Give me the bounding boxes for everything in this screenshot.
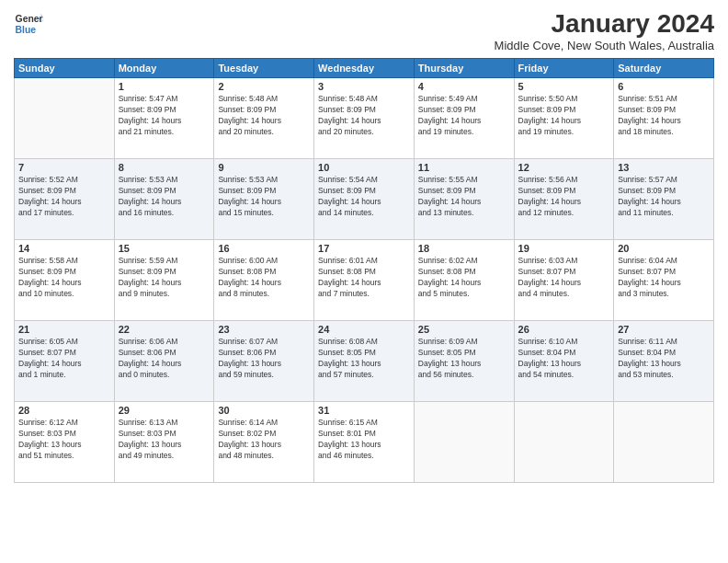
day-cell: 2Sunrise: 5:48 AMSunset: 8:09 PMDaylight… bbox=[214, 78, 314, 159]
day-cell: 10Sunrise: 5:54 AMSunset: 8:09 PMDayligh… bbox=[314, 159, 415, 240]
day-number: 15 bbox=[119, 243, 210, 254]
day-info: Sunrise: 5:59 AMSunset: 8:09 PMDaylight:… bbox=[119, 256, 210, 300]
day-cell: 21Sunrise: 6:05 AMSunset: 8:07 PMDayligh… bbox=[15, 321, 115, 402]
day-cell: 18Sunrise: 6:02 AMSunset: 8:08 PMDayligh… bbox=[414, 240, 514, 321]
day-number: 13 bbox=[618, 162, 710, 173]
day-info: Sunrise: 6:12 AMSunset: 8:03 PMDaylight:… bbox=[18, 418, 110, 462]
day-cell: 15Sunrise: 5:59 AMSunset: 8:09 PMDayligh… bbox=[114, 240, 214, 321]
day-info: Sunrise: 5:54 AMSunset: 8:09 PMDaylight:… bbox=[318, 175, 410, 219]
day-number: 7 bbox=[18, 162, 110, 173]
day-info: Sunrise: 6:07 AMSunset: 8:06 PMDaylight:… bbox=[218, 337, 310, 381]
day-cell: 28Sunrise: 6:12 AMSunset: 8:03 PMDayligh… bbox=[15, 402, 115, 483]
day-info: Sunrise: 6:13 AMSunset: 8:03 PMDaylight:… bbox=[119, 418, 210, 462]
day-number: 2 bbox=[218, 81, 310, 92]
day-info: Sunrise: 6:04 AMSunset: 8:07 PMDaylight:… bbox=[618, 256, 710, 300]
day-number: 11 bbox=[418, 162, 510, 173]
day-info: Sunrise: 5:52 AMSunset: 8:09 PMDaylight:… bbox=[18, 175, 110, 219]
day-cell: 26Sunrise: 6:10 AMSunset: 8:04 PMDayligh… bbox=[514, 321, 614, 402]
day-cell: 20Sunrise: 6:04 AMSunset: 8:07 PMDayligh… bbox=[614, 240, 714, 321]
day-cell: 12Sunrise: 5:56 AMSunset: 8:09 PMDayligh… bbox=[514, 159, 614, 240]
day-number: 17 bbox=[318, 243, 410, 254]
day-number: 25 bbox=[418, 324, 510, 335]
day-info: Sunrise: 6:00 AMSunset: 8:08 PMDaylight:… bbox=[218, 256, 310, 300]
weekday-header-sunday: Sunday bbox=[15, 59, 115, 78]
day-cell: 23Sunrise: 6:07 AMSunset: 8:06 PMDayligh… bbox=[214, 321, 314, 402]
day-cell: 3Sunrise: 5:48 AMSunset: 8:09 PMDaylight… bbox=[314, 78, 415, 159]
day-cell: 7Sunrise: 5:52 AMSunset: 8:09 PMDaylight… bbox=[15, 159, 115, 240]
day-number: 20 bbox=[618, 243, 710, 254]
day-cell: 27Sunrise: 6:11 AMSunset: 8:04 PMDayligh… bbox=[614, 321, 714, 402]
day-cell: 14Sunrise: 5:58 AMSunset: 8:09 PMDayligh… bbox=[15, 240, 115, 321]
day-info: Sunrise: 6:15 AMSunset: 8:01 PMDaylight:… bbox=[318, 418, 410, 462]
day-info: Sunrise: 5:56 AMSunset: 8:09 PMDaylight:… bbox=[518, 175, 610, 219]
day-number: 29 bbox=[119, 405, 210, 416]
weekday-header-saturday: Saturday bbox=[614, 59, 714, 78]
day-cell: 16Sunrise: 6:00 AMSunset: 8:08 PMDayligh… bbox=[214, 240, 314, 321]
day-info: Sunrise: 5:53 AMSunset: 8:09 PMDaylight:… bbox=[119, 175, 210, 219]
weekday-header-friday: Friday bbox=[514, 59, 614, 78]
day-cell: 5Sunrise: 5:50 AMSunset: 8:09 PMDaylight… bbox=[514, 78, 614, 159]
day-cell: 8Sunrise: 5:53 AMSunset: 8:09 PMDaylight… bbox=[114, 159, 214, 240]
day-info: Sunrise: 5:48 AMSunset: 8:09 PMDaylight:… bbox=[218, 94, 310, 138]
day-cell: 25Sunrise: 6:09 AMSunset: 8:05 PMDayligh… bbox=[414, 321, 514, 402]
day-number: 16 bbox=[218, 243, 310, 254]
day-info: Sunrise: 6:05 AMSunset: 8:07 PMDaylight:… bbox=[18, 337, 110, 381]
day-cell bbox=[614, 402, 714, 483]
day-number: 12 bbox=[518, 162, 610, 173]
day-cell: 13Sunrise: 5:57 AMSunset: 8:09 PMDayligh… bbox=[614, 159, 714, 240]
day-number: 3 bbox=[318, 81, 410, 92]
day-cell: 31Sunrise: 6:15 AMSunset: 8:01 PMDayligh… bbox=[314, 402, 415, 483]
day-cell: 30Sunrise: 6:14 AMSunset: 8:02 PMDayligh… bbox=[214, 402, 314, 483]
day-number: 14 bbox=[18, 243, 110, 254]
day-number: 8 bbox=[119, 162, 210, 173]
day-cell: 17Sunrise: 6:01 AMSunset: 8:08 PMDayligh… bbox=[314, 240, 415, 321]
day-number: 22 bbox=[119, 324, 210, 335]
weekday-header-thursday: Thursday bbox=[414, 59, 514, 78]
day-info: Sunrise: 5:51 AMSunset: 8:09 PMDaylight:… bbox=[618, 94, 710, 138]
day-cell: 4Sunrise: 5:49 AMSunset: 8:09 PMDaylight… bbox=[414, 78, 514, 159]
day-number: 9 bbox=[218, 162, 310, 173]
weekday-header-wednesday: Wednesday bbox=[314, 59, 415, 78]
day-info: Sunrise: 6:08 AMSunset: 8:05 PMDaylight:… bbox=[318, 337, 410, 381]
location: Middle Cove, New South Wales, Australia bbox=[495, 39, 714, 52]
svg-text:Blue: Blue bbox=[16, 25, 37, 35]
weekday-header-row: SundayMondayTuesdayWednesdayThursdayFrid… bbox=[15, 59, 714, 78]
day-cell: 19Sunrise: 6:03 AMSunset: 8:07 PMDayligh… bbox=[514, 240, 614, 321]
week-row-4: 21Sunrise: 6:05 AMSunset: 8:07 PMDayligh… bbox=[15, 321, 714, 402]
month-title: January 2024 bbox=[495, 9, 714, 39]
title-block: January 2024 Middle Cove, New South Wale… bbox=[495, 9, 714, 52]
day-info: Sunrise: 6:14 AMSunset: 8:02 PMDaylight:… bbox=[218, 418, 310, 462]
day-info: Sunrise: 6:10 AMSunset: 8:04 PMDaylight:… bbox=[518, 337, 610, 381]
day-number: 6 bbox=[618, 81, 710, 92]
day-cell: 29Sunrise: 6:13 AMSunset: 8:03 PMDayligh… bbox=[114, 402, 214, 483]
day-cell bbox=[414, 402, 514, 483]
calendar-table: SundayMondayTuesdayWednesdayThursdayFrid… bbox=[14, 58, 714, 483]
day-number: 26 bbox=[518, 324, 610, 335]
day-info: Sunrise: 5:47 AMSunset: 8:09 PMDaylight:… bbox=[119, 94, 210, 138]
week-row-1: 1Sunrise: 5:47 AMSunset: 8:09 PMDaylight… bbox=[15, 78, 714, 159]
day-number: 5 bbox=[518, 81, 610, 92]
day-info: Sunrise: 5:57 AMSunset: 8:09 PMDaylight:… bbox=[618, 175, 710, 219]
day-cell: 1Sunrise: 5:47 AMSunset: 8:09 PMDaylight… bbox=[114, 78, 214, 159]
day-number: 31 bbox=[318, 405, 410, 416]
day-info: Sunrise: 5:49 AMSunset: 8:09 PMDaylight:… bbox=[418, 94, 510, 138]
day-number: 21 bbox=[18, 324, 110, 335]
day-number: 19 bbox=[518, 243, 610, 254]
logo: General Blue bbox=[14, 9, 43, 39]
day-info: Sunrise: 6:11 AMSunset: 8:04 PMDaylight:… bbox=[618, 337, 710, 381]
day-info: Sunrise: 5:58 AMSunset: 8:09 PMDaylight:… bbox=[18, 256, 110, 300]
day-info: Sunrise: 6:02 AMSunset: 8:08 PMDaylight:… bbox=[418, 256, 510, 300]
day-number: 28 bbox=[18, 405, 110, 416]
week-row-5: 28Sunrise: 6:12 AMSunset: 8:03 PMDayligh… bbox=[15, 402, 714, 483]
day-info: Sunrise: 6:09 AMSunset: 8:05 PMDaylight:… bbox=[418, 337, 510, 381]
day-info: Sunrise: 5:50 AMSunset: 8:09 PMDaylight:… bbox=[518, 94, 610, 138]
day-number: 4 bbox=[418, 81, 510, 92]
day-cell: 9Sunrise: 5:53 AMSunset: 8:09 PMDaylight… bbox=[214, 159, 314, 240]
day-info: Sunrise: 5:55 AMSunset: 8:09 PMDaylight:… bbox=[418, 175, 510, 219]
day-cell bbox=[15, 78, 115, 159]
day-info: Sunrise: 5:48 AMSunset: 8:09 PMDaylight:… bbox=[318, 94, 410, 138]
day-number: 24 bbox=[318, 324, 410, 335]
day-number: 18 bbox=[418, 243, 510, 254]
day-info: Sunrise: 6:06 AMSunset: 8:06 PMDaylight:… bbox=[119, 337, 210, 381]
day-cell: 11Sunrise: 5:55 AMSunset: 8:09 PMDayligh… bbox=[414, 159, 514, 240]
